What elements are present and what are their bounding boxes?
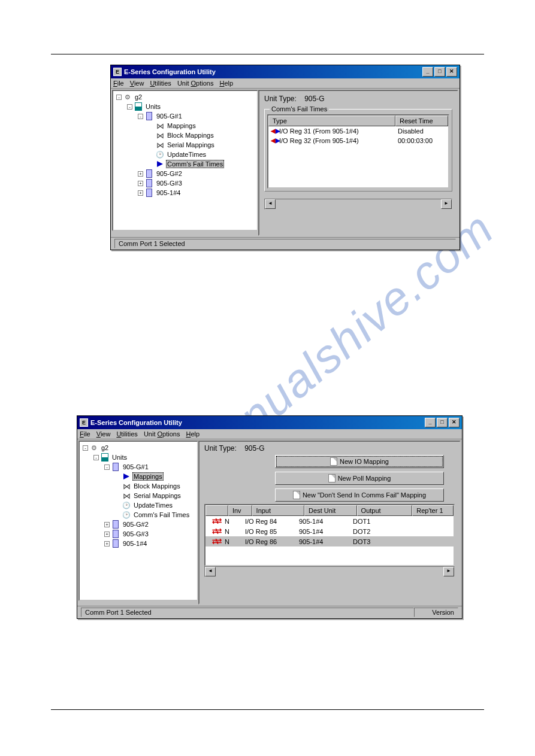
minimize-button[interactable]: _ — [422, 67, 433, 77]
tree-node[interactable]: +905-1#4 — [114, 188, 256, 198]
menu-view[interactable]: View — [96, 430, 111, 438]
tree-node[interactable]: Serial Mappings — [81, 491, 196, 500]
menu-help[interactable]: Help — [219, 80, 233, 87]
tree-node[interactable]: Block Mappings — [81, 481, 196, 491]
list-row[interactable]: ◀▶I/O Reg 31 (From 905-1#4)Disabled — [268, 126, 448, 136]
tree-node[interactable]: -Units — [114, 102, 256, 111]
col-icon[interactable] — [205, 505, 228, 516]
new-io-mapping-button[interactable]: New IO Mapping — [275, 455, 444, 468]
tree-expander[interactable]: - — [104, 464, 110, 470]
tree-expander[interactable]: + — [104, 541, 110, 546]
scroll-left-button[interactable]: ◄ — [265, 199, 276, 209]
tree-label[interactable]: g2 — [100, 444, 110, 451]
tree-expander[interactable]: + — [138, 190, 143, 196]
new-poll-mapping-button[interactable]: New Poll Mapping — [275, 472, 444, 485]
tree-label[interactable]: Comm's Fail Times — [166, 160, 224, 168]
tree-label[interactable]: 905-G#1 — [155, 113, 183, 120]
tree-label[interactable]: Mappings — [132, 472, 164, 481]
tree-view[interactable]: -⚙g2-Units-905-G#1MappingsBlock Mappings… — [78, 441, 198, 601]
tree-label[interactable]: Comm's Fail Times — [132, 511, 191, 518]
tree-label[interactable]: 905-G#2 — [155, 170, 183, 177]
tree-node[interactable]: Mappings — [114, 121, 256, 130]
tree-node[interactable]: Serial Mappings — [114, 140, 256, 150]
tree-node[interactable]: Comm's Fail Times — [81, 510, 196, 520]
tree-label[interactable]: Units — [144, 103, 162, 110]
col-repeater-1[interactable]: Rep'ter 1 — [412, 505, 454, 516]
tree-node[interactable]: UpdateTimes — [81, 500, 196, 510]
menu-file[interactable]: File — [113, 80, 124, 87]
tree-expander[interactable]: + — [138, 171, 143, 177]
menu-view[interactable]: View — [130, 80, 144, 87]
tree-node[interactable]: UpdateTimes — [114, 150, 256, 159]
list-row[interactable]: ◀▶I/O Reg 32 (From 905-1#4)00:00:03:00 — [268, 136, 448, 145]
horizontal-scrollbar[interactable]: ◄ ► — [264, 199, 452, 210]
tree-label[interactable]: 905-G#1 — [122, 463, 150, 470]
col-inv[interactable]: Inv — [228, 505, 252, 516]
tree-label[interactable]: Mappings — [166, 122, 197, 129]
tree-node[interactable]: Comm's Fail Times — [114, 159, 256, 169]
tree-expander[interactable]: - — [127, 104, 132, 110]
tree-node[interactable]: -Units — [81, 453, 196, 462]
tree-node[interactable]: +905-G#2 — [114, 169, 256, 178]
list-row[interactable]: ⇄⇄NI/O Reg 84905-1#4DOT1 — [205, 516, 454, 526]
tree-label[interactable]: 905-G#3 — [122, 530, 150, 538]
tree-label[interactable]: Block Mappings — [166, 132, 215, 139]
system-menu-icon[interactable]: E — [113, 68, 122, 76]
tree-view[interactable]: -⚙g2-Units-905-G#1MappingsBlock Mappings… — [112, 90, 258, 231]
tree-label[interactable]: Serial Mappings — [166, 141, 216, 148]
scroll-right-button[interactable]: ► — [443, 567, 454, 576]
tree-label[interactable]: Units — [111, 454, 128, 461]
menu-help[interactable]: Help — [186, 430, 200, 438]
tree-label[interactable]: 905-1#4 — [155, 189, 182, 196]
scroll-left-button[interactable]: ◄ — [205, 567, 216, 576]
menu-file[interactable]: File — [80, 430, 90, 438]
tree-expander[interactable]: - — [116, 95, 122, 100]
tree-node[interactable]: Mappings — [81, 472, 196, 481]
comms-fail-listview[interactable]: Type Reset Time ◀▶I/O Reg 31 (From 905-1… — [267, 114, 449, 189]
tree-node[interactable]: -905-G#1 — [114, 111, 256, 121]
titlebar[interactable]: E E-Series Configuration Utility _ □ ✕ — [77, 416, 462, 429]
tree-node[interactable]: +905-G#3 — [114, 178, 256, 188]
titlebar[interactable]: E E-Series Configuration Utility _ □ ✕ — [111, 65, 460, 78]
tree-label[interactable]: 905-1#4 — [122, 540, 148, 547]
maximize-button[interactable]: □ — [434, 67, 445, 77]
col-input[interactable]: Input — [252, 505, 305, 516]
tree-node[interactable]: -⚙g2 — [114, 92, 256, 102]
tree-label[interactable]: Serial Mappings — [132, 492, 182, 499]
tree-node[interactable]: -905-G#1 — [81, 462, 196, 472]
col-reset-time[interactable]: Reset Time — [395, 116, 448, 126]
tree-expander[interactable]: - — [83, 445, 88, 451]
maximize-button[interactable]: □ — [437, 418, 448, 427]
scroll-right-button[interactable]: ► — [441, 199, 452, 209]
tree-node[interactable]: +905-1#4 — [81, 539, 196, 548]
tree-expander[interactable]: - — [93, 455, 99, 460]
tree-label[interactable]: g2 — [134, 93, 143, 101]
tree-label[interactable]: 905-G#3 — [155, 180, 183, 187]
tree-expander[interactable]: + — [104, 522, 110, 527]
menu-utilities[interactable]: Utilities — [116, 430, 137, 438]
col-type[interactable]: Type — [268, 116, 395, 126]
tree-expander[interactable]: + — [104, 532, 110, 537]
tree-node[interactable]: +905-G#2 — [81, 520, 196, 529]
close-button[interactable]: ✕ — [449, 418, 460, 427]
horizontal-scrollbar[interactable]: ◄ ► — [204, 566, 455, 577]
system-menu-icon[interactable]: E — [80, 418, 88, 427]
tree-expander[interactable]: + — [138, 181, 143, 186]
close-button[interactable]: ✕ — [446, 67, 457, 77]
col-output[interactable]: Output — [357, 505, 413, 516]
new-dont-send-mapping-button[interactable]: New "Don't Send In Comms Fail" Mapping — [275, 488, 444, 502]
col-dest-unit[interactable]: Dest Unit — [304, 505, 357, 516]
tree-expander[interactable]: - — [138, 114, 143, 119]
tree-node[interactable]: +905-G#3 — [81, 529, 196, 539]
tree-node[interactable]: Block Mappings — [114, 130, 256, 140]
tree-label[interactable]: UpdateTimes — [132, 502, 174, 509]
tree-label[interactable]: UpdateTimes — [166, 151, 207, 158]
list-row[interactable]: ⇄⇄NI/O Reg 86905-1#4DOT3 — [205, 536, 454, 546]
tree-label[interactable]: Block Mappings — [132, 482, 182, 490]
minimize-button[interactable]: _ — [425, 418, 436, 427]
tree-node[interactable]: -⚙g2 — [81, 443, 196, 453]
menu-unit-options[interactable]: Unit Options — [144, 430, 180, 438]
list-row[interactable]: ⇄⇄NI/O Reg 85905-1#4DOT2 — [205, 526, 454, 536]
mappings-listview[interactable]: Inv Input Dest Unit Output Rep'ter 1 ⇄⇄N… — [204, 504, 455, 566]
tree-label[interactable]: 905-G#2 — [122, 521, 150, 528]
